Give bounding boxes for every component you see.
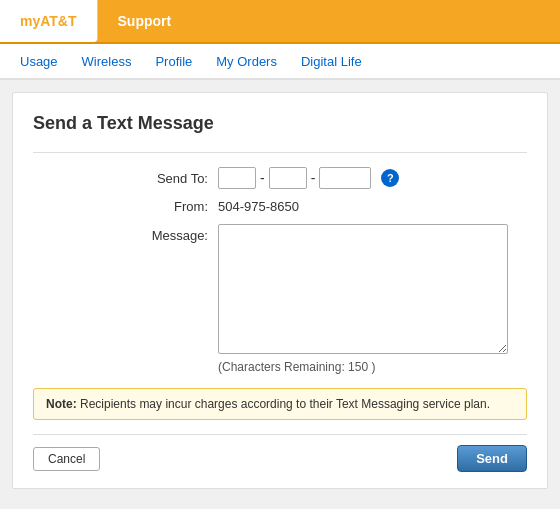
separator-2: - bbox=[311, 170, 316, 186]
from-row: From: 504-975-8650 bbox=[33, 199, 527, 214]
form-section: Send To: - - ? From: 504-975-8650 Messag… bbox=[33, 152, 527, 472]
header: myAT&T Support bbox=[0, 0, 560, 44]
tab-myatt[interactable]: myAT&T bbox=[0, 0, 98, 42]
phone-segment-2[interactable] bbox=[269, 167, 307, 189]
nav-my-orders[interactable]: My Orders bbox=[204, 54, 289, 69]
message-row: Message: bbox=[33, 224, 527, 354]
from-value: 504-975-8650 bbox=[218, 199, 299, 214]
divider bbox=[33, 434, 527, 435]
button-row: Cancel Send bbox=[33, 445, 527, 472]
send-to-fields: - - ? bbox=[218, 167, 399, 189]
send-to-label: Send To: bbox=[33, 171, 218, 186]
send-to-row: Send To: - - ? bbox=[33, 167, 527, 189]
separator-1: - bbox=[260, 170, 265, 186]
nav-wireless[interactable]: Wireless bbox=[70, 54, 144, 69]
from-label: From: bbox=[33, 199, 218, 214]
tab-support[interactable]: Support bbox=[98, 0, 192, 42]
note-box: Note: Recipients may incur charges accor… bbox=[33, 388, 527, 420]
chars-remaining: (Characters Remaining: 150 ) bbox=[218, 360, 527, 374]
nav-bar: Usage Wireless Profile My Orders Digital… bbox=[0, 44, 560, 80]
send-button[interactable]: Send bbox=[457, 445, 527, 472]
nav-profile[interactable]: Profile bbox=[143, 54, 204, 69]
message-textarea[interactable] bbox=[218, 224, 508, 354]
note-label: Note: bbox=[46, 397, 77, 411]
help-icon[interactable]: ? bbox=[381, 169, 399, 187]
message-label: Message: bbox=[33, 224, 218, 243]
page-title: Send a Text Message bbox=[33, 113, 527, 134]
nav-usage[interactable]: Usage bbox=[8, 54, 70, 69]
note-text: Recipients may incur charges according t… bbox=[80, 397, 490, 411]
phone-segment-3[interactable] bbox=[319, 167, 371, 189]
nav-digital-life[interactable]: Digital Life bbox=[289, 54, 374, 69]
phone-segment-1[interactable] bbox=[218, 167, 256, 189]
cancel-button[interactable]: Cancel bbox=[33, 447, 100, 471]
content-area: Send a Text Message Send To: - - ? From:… bbox=[12, 92, 548, 489]
